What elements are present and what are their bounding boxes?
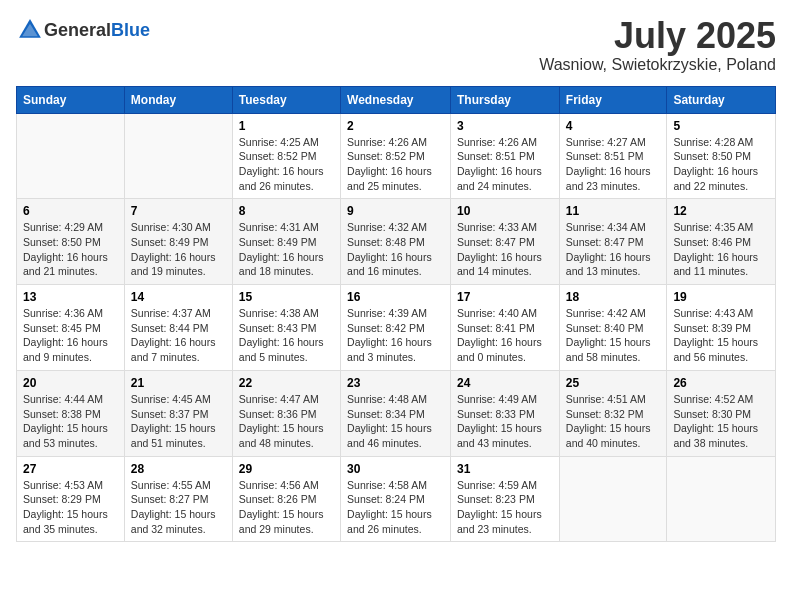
logo-blue: Blue xyxy=(111,20,150,40)
calendar-cell: 27Sunrise: 4:53 AMSunset: 8:29 PMDayligh… xyxy=(17,456,125,542)
day-number: 9 xyxy=(347,204,444,218)
calendar-cell xyxy=(17,113,125,199)
calendar-cell: 29Sunrise: 4:56 AMSunset: 8:26 PMDayligh… xyxy=(232,456,340,542)
day-info: Sunrise: 4:53 AMSunset: 8:29 PMDaylight:… xyxy=(23,478,118,537)
calendar-cell: 17Sunrise: 4:40 AMSunset: 8:41 PMDayligh… xyxy=(451,285,560,371)
day-info: Sunrise: 4:30 AMSunset: 8:49 PMDaylight:… xyxy=(131,220,226,279)
week-row-1: 1Sunrise: 4:25 AMSunset: 8:52 PMDaylight… xyxy=(17,113,776,199)
day-info: Sunrise: 4:42 AMSunset: 8:40 PMDaylight:… xyxy=(566,306,661,365)
day-of-week-thursday: Thursday xyxy=(451,86,560,113)
day-number: 30 xyxy=(347,462,444,476)
calendar-cell: 24Sunrise: 4:49 AMSunset: 8:33 PMDayligh… xyxy=(451,370,560,456)
week-row-4: 20Sunrise: 4:44 AMSunset: 8:38 PMDayligh… xyxy=(17,370,776,456)
day-of-week-sunday: Sunday xyxy=(17,86,125,113)
calendar-cell: 18Sunrise: 4:42 AMSunset: 8:40 PMDayligh… xyxy=(559,285,667,371)
title-block: July 2025 Wasniow, Swietokrzyskie, Polan… xyxy=(539,16,776,74)
day-number: 17 xyxy=(457,290,553,304)
day-info: Sunrise: 4:39 AMSunset: 8:42 PMDaylight:… xyxy=(347,306,444,365)
week-row-5: 27Sunrise: 4:53 AMSunset: 8:29 PMDayligh… xyxy=(17,456,776,542)
calendar-cell xyxy=(667,456,776,542)
calendar-cell: 19Sunrise: 4:43 AMSunset: 8:39 PMDayligh… xyxy=(667,285,776,371)
day-number: 14 xyxy=(131,290,226,304)
calendar-cell xyxy=(559,456,667,542)
day-of-week-wednesday: Wednesday xyxy=(341,86,451,113)
calendar-cell: 3Sunrise: 4:26 AMSunset: 8:51 PMDaylight… xyxy=(451,113,560,199)
day-number: 22 xyxy=(239,376,334,390)
page-header: GeneralBlue July 2025 Wasniow, Swietokrz… xyxy=(16,16,776,74)
calendar-cell: 5Sunrise: 4:28 AMSunset: 8:50 PMDaylight… xyxy=(667,113,776,199)
calendar-cell: 11Sunrise: 4:34 AMSunset: 8:47 PMDayligh… xyxy=(559,199,667,285)
calendar-cell: 26Sunrise: 4:52 AMSunset: 8:30 PMDayligh… xyxy=(667,370,776,456)
day-number: 26 xyxy=(673,376,769,390)
day-number: 13 xyxy=(23,290,118,304)
day-of-week-friday: Friday xyxy=(559,86,667,113)
day-info: Sunrise: 4:26 AMSunset: 8:52 PMDaylight:… xyxy=(347,135,444,194)
calendar-cell: 30Sunrise: 4:58 AMSunset: 8:24 PMDayligh… xyxy=(341,456,451,542)
calendar-cell: 9Sunrise: 4:32 AMSunset: 8:48 PMDaylight… xyxy=(341,199,451,285)
day-number: 2 xyxy=(347,119,444,133)
calendar-cell: 12Sunrise: 4:35 AMSunset: 8:46 PMDayligh… xyxy=(667,199,776,285)
day-number: 27 xyxy=(23,462,118,476)
day-number: 21 xyxy=(131,376,226,390)
day-info: Sunrise: 4:32 AMSunset: 8:48 PMDaylight:… xyxy=(347,220,444,279)
day-number: 29 xyxy=(239,462,334,476)
day-info: Sunrise: 4:25 AMSunset: 8:52 PMDaylight:… xyxy=(239,135,334,194)
calendar-cell: 10Sunrise: 4:33 AMSunset: 8:47 PMDayligh… xyxy=(451,199,560,285)
day-info: Sunrise: 4:33 AMSunset: 8:47 PMDaylight:… xyxy=(457,220,553,279)
day-info: Sunrise: 4:52 AMSunset: 8:30 PMDaylight:… xyxy=(673,392,769,451)
month-title: July 2025 xyxy=(539,16,776,56)
logo: GeneralBlue xyxy=(16,16,150,44)
calendar-cell: 13Sunrise: 4:36 AMSunset: 8:45 PMDayligh… xyxy=(17,285,125,371)
day-info: Sunrise: 4:40 AMSunset: 8:41 PMDaylight:… xyxy=(457,306,553,365)
calendar-table: SundayMondayTuesdayWednesdayThursdayFrid… xyxy=(16,86,776,543)
day-number: 6 xyxy=(23,204,118,218)
day-number: 5 xyxy=(673,119,769,133)
day-number: 25 xyxy=(566,376,661,390)
week-row-3: 13Sunrise: 4:36 AMSunset: 8:45 PMDayligh… xyxy=(17,285,776,371)
day-info: Sunrise: 4:43 AMSunset: 8:39 PMDaylight:… xyxy=(673,306,769,365)
calendar-cell: 31Sunrise: 4:59 AMSunset: 8:23 PMDayligh… xyxy=(451,456,560,542)
day-number: 16 xyxy=(347,290,444,304)
calendar-cell: 14Sunrise: 4:37 AMSunset: 8:44 PMDayligh… xyxy=(124,285,232,371)
day-info: Sunrise: 4:36 AMSunset: 8:45 PMDaylight:… xyxy=(23,306,118,365)
day-info: Sunrise: 4:34 AMSunset: 8:47 PMDaylight:… xyxy=(566,220,661,279)
day-info: Sunrise: 4:28 AMSunset: 8:50 PMDaylight:… xyxy=(673,135,769,194)
day-info: Sunrise: 4:37 AMSunset: 8:44 PMDaylight:… xyxy=(131,306,226,365)
day-info: Sunrise: 4:44 AMSunset: 8:38 PMDaylight:… xyxy=(23,392,118,451)
week-row-2: 6Sunrise: 4:29 AMSunset: 8:50 PMDaylight… xyxy=(17,199,776,285)
calendar-cell: 20Sunrise: 4:44 AMSunset: 8:38 PMDayligh… xyxy=(17,370,125,456)
calendar-cell: 25Sunrise: 4:51 AMSunset: 8:32 PMDayligh… xyxy=(559,370,667,456)
calendar-cell: 1Sunrise: 4:25 AMSunset: 8:52 PMDaylight… xyxy=(232,113,340,199)
logo-general: General xyxy=(44,20,111,40)
location-title: Wasniow, Swietokrzyskie, Poland xyxy=(539,56,776,74)
day-number: 19 xyxy=(673,290,769,304)
day-info: Sunrise: 4:49 AMSunset: 8:33 PMDaylight:… xyxy=(457,392,553,451)
day-number: 7 xyxy=(131,204,226,218)
calendar-cell: 23Sunrise: 4:48 AMSunset: 8:34 PMDayligh… xyxy=(341,370,451,456)
calendar-cell: 22Sunrise: 4:47 AMSunset: 8:36 PMDayligh… xyxy=(232,370,340,456)
day-info: Sunrise: 4:48 AMSunset: 8:34 PMDaylight:… xyxy=(347,392,444,451)
calendar-cell: 2Sunrise: 4:26 AMSunset: 8:52 PMDaylight… xyxy=(341,113,451,199)
day-number: 31 xyxy=(457,462,553,476)
calendar-header-row: SundayMondayTuesdayWednesdayThursdayFrid… xyxy=(17,86,776,113)
day-number: 10 xyxy=(457,204,553,218)
calendar-cell: 6Sunrise: 4:29 AMSunset: 8:50 PMDaylight… xyxy=(17,199,125,285)
day-number: 23 xyxy=(347,376,444,390)
calendar-cell: 4Sunrise: 4:27 AMSunset: 8:51 PMDaylight… xyxy=(559,113,667,199)
calendar-cell: 15Sunrise: 4:38 AMSunset: 8:43 PMDayligh… xyxy=(232,285,340,371)
day-info: Sunrise: 4:29 AMSunset: 8:50 PMDaylight:… xyxy=(23,220,118,279)
day-number: 8 xyxy=(239,204,334,218)
day-of-week-monday: Monday xyxy=(124,86,232,113)
day-number: 20 xyxy=(23,376,118,390)
day-number: 11 xyxy=(566,204,661,218)
day-of-week-tuesday: Tuesday xyxy=(232,86,340,113)
day-number: 28 xyxy=(131,462,226,476)
calendar-cell: 16Sunrise: 4:39 AMSunset: 8:42 PMDayligh… xyxy=(341,285,451,371)
day-of-week-saturday: Saturday xyxy=(667,86,776,113)
calendar-cell xyxy=(124,113,232,199)
day-info: Sunrise: 4:56 AMSunset: 8:26 PMDaylight:… xyxy=(239,478,334,537)
day-info: Sunrise: 4:55 AMSunset: 8:27 PMDaylight:… xyxy=(131,478,226,537)
day-number: 24 xyxy=(457,376,553,390)
logo-icon xyxy=(16,16,44,44)
day-number: 4 xyxy=(566,119,661,133)
